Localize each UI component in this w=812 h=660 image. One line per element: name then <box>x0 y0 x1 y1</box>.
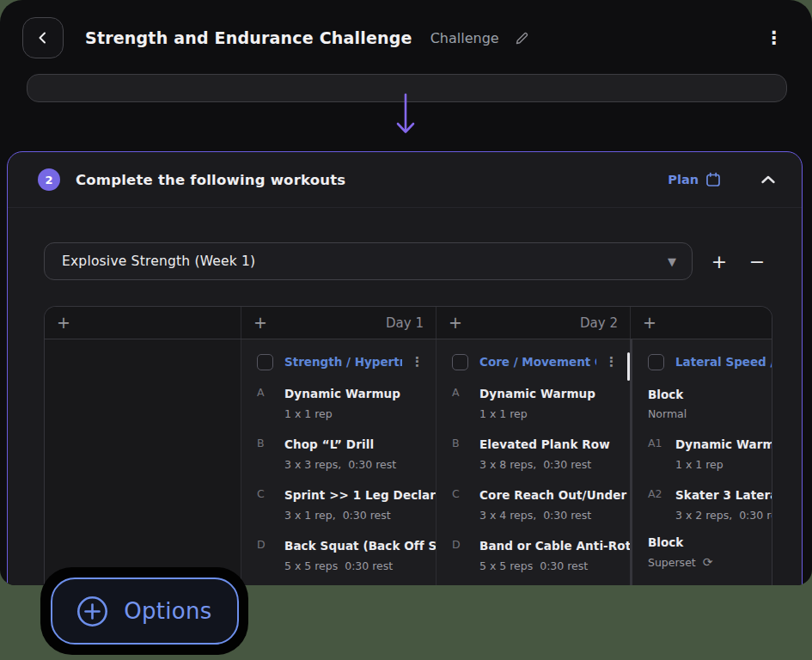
exercise-name: Band or Cable Anti-Rotati… <box>479 539 630 553</box>
workout-board: + + Day 1 + Day 2 + <box>44 306 772 585</box>
week-select[interactable]: Explosive Strength (Week 1) ▼ <box>44 242 693 280</box>
workout-card-header: Lateral Speed / Ply <box>648 350 772 374</box>
exercise-detail: 3 x 4 reps, 0:30 rest <box>479 509 626 522</box>
board-header-row: + + Day 1 + Day 2 + <box>45 307 772 339</box>
empty-day-cell <box>45 339 241 585</box>
exercise-detail: 3 x 2 reps, 0:30 re <box>675 509 772 522</box>
exercise-detail: 1 x 1 rep <box>675 458 772 471</box>
app-header: Strength and Endurance Challenge Challen… <box>22 18 788 58</box>
cycle-icon: ⟳ <box>703 555 713 569</box>
add-week-button[interactable]: + <box>704 246 735 277</box>
plan-button[interactable]: Plan <box>668 172 721 187</box>
week-selector-row: Explosive Strength (Week 1) ▼ + − <box>44 242 779 280</box>
exercise-name: Sprint >> 1 Leg Declarations <box>284 488 436 502</box>
step-title: Complete the following workouts <box>76 172 345 188</box>
exercise-tag: B <box>452 436 479 471</box>
exercise-tag: A <box>452 385 479 420</box>
block-label: Block <box>648 388 772 401</box>
exercise-tag: C <box>257 486 284 522</box>
header-menu-button[interactable]: ⋮ <box>760 26 788 51</box>
back-button[interactable] <box>22 17 64 58</box>
add-workout-icon[interactable]: + <box>253 315 267 331</box>
exercise-row[interactable]: A2 Skater 3 Lateral Ho 3 x 2 reps, 0:30 … <box>648 486 772 522</box>
exercise-detail: 5 x 5 reps 0:30 rest <box>479 559 630 572</box>
workout-checkbox[interactable] <box>452 354 468 370</box>
exercise-name: Elevated Plank Row <box>479 437 610 451</box>
board-header-cell: + <box>45 307 241 339</box>
exercise-name: Dynamic Warmup <box>675 437 772 451</box>
remove-week-button[interactable]: − <box>742 246 772 277</box>
options-button-label: Options <box>124 598 211 624</box>
workout-checkbox[interactable] <box>648 354 664 370</box>
workout-card-day3: Lateral Speed / Ply Block Normal A1 Dyna… <box>630 339 772 585</box>
workout-menu-button[interactable]: ⋮ <box>603 356 620 369</box>
chevron-left-icon <box>36 31 50 45</box>
chevron-up-icon <box>760 174 776 185</box>
exercise-detail: 5 x 5 reps 0:30 rest <box>284 559 436 572</box>
workout-checkbox[interactable] <box>257 354 273 370</box>
exercise-detail: 3 x 1 rep, 0:30 rest <box>284 509 436 522</box>
block-type: Normal <box>648 407 772 420</box>
exercise-detail: 1 x 1 rep <box>479 407 620 420</box>
exercise-detail: 3 x 8 reps, 0:30 rest <box>479 458 620 471</box>
exercise-row[interactable]: A Dynamic Warmup 1 x 1 rep <box>452 385 620 420</box>
add-workout-icon[interactable]: + <box>449 315 462 331</box>
exercise-row[interactable]: D Back Squat (Back Off Set) 5 x 5 reps 0… <box>257 537 425 572</box>
collapse-step-button[interactable] <box>760 174 776 185</box>
block-row[interactable]: Block Normal <box>648 388 772 420</box>
exercise-row[interactable]: C Core Reach Out/Under 3 x 4 reps, 0:30 … <box>452 486 620 522</box>
exercise-tag: A1 <box>648 436 675 471</box>
app-window: Strength and Endurance Challenge Challen… <box>0 0 812 585</box>
exercise-name: Skater 3 Lateral Ho <box>675 488 772 502</box>
board-header-cell: + Day 1 <box>241 307 436 339</box>
day-label: Day 1 <box>386 315 424 331</box>
workout-title-link[interactable]: Lateral Speed / Ply <box>675 355 772 369</box>
step-number-badge: 2 <box>38 168 60 191</box>
step-2-card: 2 Complete the following workouts Plan <box>7 151 803 585</box>
exercise-tag: A <box>257 385 284 420</box>
exercise-row[interactable]: A1 Dynamic Warmup 1 x 1 rep <box>648 436 772 471</box>
calendar-icon <box>705 172 721 187</box>
week-select-value: Explosive Strength (Week 1) <box>62 254 255 269</box>
edit-title-button[interactable] <box>515 31 529 46</box>
exercise-row[interactable]: A Dynamic Warmup 1 x 1 rep <box>257 385 425 420</box>
exercise-name: Dynamic Warmup <box>479 387 595 400</box>
challenge-type-label: Challenge <box>430 30 499 46</box>
exercise-row[interactable]: D Band or Cable Anti-Rotati… 5 x 5 reps … <box>452 537 620 572</box>
step-card-header: 2 Complete the following workouts Plan <box>8 152 802 208</box>
exercise-tag: B <box>257 436 284 471</box>
add-workout-icon[interactable]: + <box>57 315 70 331</box>
chevron-down-icon: ▼ <box>668 255 676 268</box>
exercise-detail: 1 x 1 rep <box>284 407 425 420</box>
exercise-detail: 3 x 3 reps, 0:30 rest <box>284 458 425 471</box>
board-header-cell: + Day 2 <box>436 307 630 339</box>
workout-title-link[interactable]: Strength / Hypertro… <box>284 355 402 369</box>
workout-card-header: Strength / Hypertro… ⋮ <box>257 350 425 374</box>
exercise-name: Dynamic Warmup <box>284 387 400 400</box>
circled-plus-icon <box>76 596 108 627</box>
page-title: Strength and Endurance Challenge <box>85 28 412 47</box>
exercise-row[interactable]: B Chop “L” Drill 3 x 3 reps, 0:30 rest <box>257 436 425 471</box>
plan-label: Plan <box>668 173 699 186</box>
block-type: Superset <box>648 556 696 569</box>
workout-card-day1: Strength / Hypertro… ⋮ A Dynamic Warmup … <box>241 339 436 585</box>
block-label: Block <box>648 535 772 549</box>
board-header-cell: + <box>630 307 772 339</box>
options-button[interactable]: Options <box>51 578 239 645</box>
exercise-name: Back Squat (Back Off Set) <box>284 539 436 553</box>
pencil-icon <box>515 31 529 46</box>
exercise-name: Core Reach Out/Under <box>479 488 626 502</box>
workout-card-day2: Core / Movement Q… ⋮ A Dynamic Warmup 1 … <box>436 339 630 585</box>
board-scrollbar-thumb[interactable] <box>627 352 630 381</box>
exercise-row[interactable]: C Sprint >> 1 Leg Declarations 3 x 1 rep… <box>257 486 425 522</box>
workout-title-link[interactable]: Core / Movement Q… <box>479 355 596 369</box>
exercise-tag: D <box>257 537 284 572</box>
workout-menu-button[interactable]: ⋮ <box>409 356 425 369</box>
workout-card-header: Core / Movement Q… ⋮ <box>452 350 620 374</box>
screenshot-canvas: Strength and Endurance Challenge Challen… <box>0 0 812 660</box>
block-row[interactable]: Block Superset ⟳ <box>648 535 772 569</box>
exercise-row[interactable]: B Elevated Plank Row 3 x 8 reps, 0:30 re… <box>452 436 620 471</box>
exercise-tag: C <box>452 486 479 522</box>
exercise-tag: A2 <box>648 486 675 522</box>
add-workout-icon[interactable]: + <box>643 315 656 331</box>
